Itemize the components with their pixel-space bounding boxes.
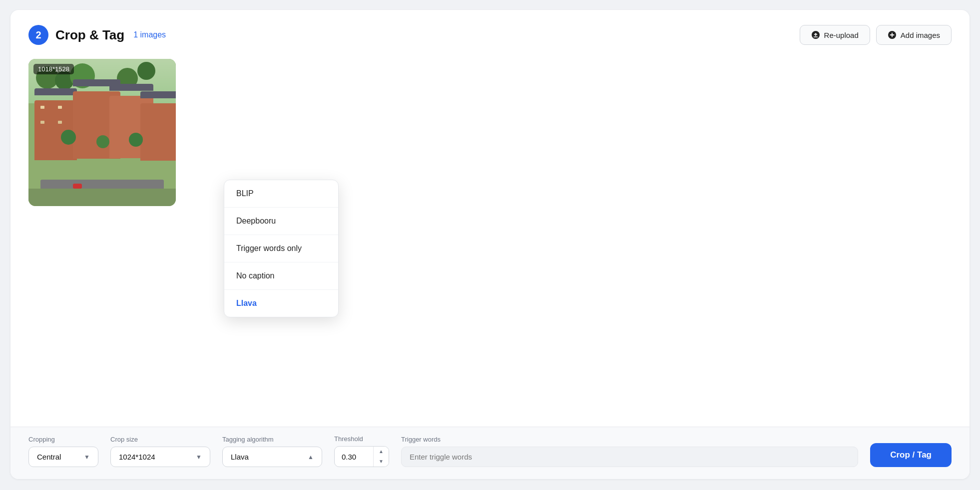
dropdown-item-deepbooru[interactable]: Deepbooru <box>224 207 338 235</box>
tagging-select[interactable]: Llava ▲ <box>222 447 322 467</box>
tagging-label: Tagging algorithm <box>222 436 322 443</box>
image-dimensions: 1018*1528 <box>33 64 74 74</box>
threshold-label: Threshold <box>334 435 389 443</box>
add-images-button[interactable]: Add images <box>876 25 952 45</box>
reupload-button[interactable]: Re-upload <box>800 25 870 45</box>
trigger-words-input[interactable] <box>401 447 858 467</box>
crop-size-label: Crop size <box>110 436 210 443</box>
crop-size-select[interactable]: 1024*1024 ▼ <box>110 447 210 467</box>
page-header: 2 Crop & Tag 1 images Re-upload Add imag… <box>28 25 952 45</box>
image-preview <box>28 59 176 206</box>
image-grid: 1018*1528 <box>28 59 952 206</box>
crop-size-value: 1024*1024 <box>119 453 155 461</box>
trigger-words-control: Trigger words <box>401 436 858 467</box>
threshold-arrows: ▲ ▼ <box>373 447 389 467</box>
add-images-icon <box>888 30 897 39</box>
threshold-input[interactable]: 0.30 ▲ ▼ <box>334 446 389 467</box>
dropdown-item-no-caption[interactable]: No caption <box>224 262 338 289</box>
tagging-value: Llava <box>231 453 249 461</box>
tagging-chevron-icon: ▲ <box>308 454 314 461</box>
tagging-algorithm-dropdown[interactable]: BLIP Deepbooru Trigger words only No cap… <box>224 180 339 317</box>
cropping-chevron-icon: ▼ <box>84 454 90 461</box>
image-card[interactable]: 1018*1528 <box>28 59 176 206</box>
cropping-label: Cropping <box>28 436 98 443</box>
crop-tag-button[interactable]: Crop / Tag <box>870 443 952 467</box>
cropping-select[interactable]: Central ▼ <box>28 447 98 467</box>
crop-size-control: Crop size 1024*1024 ▼ <box>110 436 210 467</box>
cropping-value: Central <box>37 453 61 461</box>
controls-bar: Cropping Central ▼ Crop size 1024*1024 ▼… <box>10 427 970 479</box>
reupload-label: Re-upload <box>824 31 859 39</box>
dropdown-item-llava[interactable]: Llava <box>224 289 338 317</box>
images-count: 1 images <box>133 30 166 39</box>
dropdown-item-blip[interactable]: BLIP <box>224 180 338 207</box>
title-section: 2 Crop & Tag 1 images <box>28 25 166 45</box>
threshold-up-button[interactable]: ▲ <box>374 447 389 457</box>
threshold-control: Threshold 0.30 ▲ ▼ <box>334 435 389 467</box>
dropdown-item-trigger-words-only[interactable]: Trigger words only <box>224 235 338 262</box>
cropping-control: Cropping Central ▼ <box>28 436 98 467</box>
page-title: Crop & Tag <box>55 27 124 43</box>
add-images-label: Add images <box>901 31 940 39</box>
threshold-value: 0.30 <box>335 447 373 467</box>
trigger-words-label: Trigger words <box>401 436 858 443</box>
reupload-icon <box>811 30 820 39</box>
threshold-down-button[interactable]: ▼ <box>374 457 389 467</box>
tagging-control: Tagging algorithm Llava ▲ <box>222 436 322 467</box>
crop-size-chevron-icon: ▼ <box>196 454 202 461</box>
step-badge: 2 <box>28 25 48 45</box>
header-actions: Re-upload Add images <box>800 25 952 45</box>
